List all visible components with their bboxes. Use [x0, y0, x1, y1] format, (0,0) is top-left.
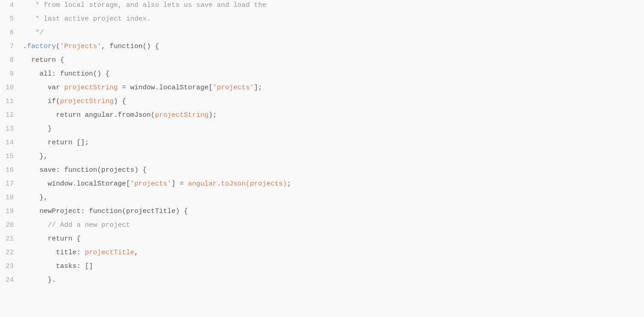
token: ( [56, 43, 60, 50]
token: projectString [60, 98, 114, 105]
line-number: 4 [0, 0, 23, 11]
token: var [23, 84, 64, 92]
line-number: 7 [0, 41, 23, 52]
code-line: 7.factory('Projects', function() { [0, 41, 644, 55]
line-number: 16 [0, 165, 23, 176]
code-line: 22 title: projectTitle, [0, 247, 644, 261]
line-content: }, [23, 192, 644, 203]
token: */ [23, 29, 44, 37]
token: } [23, 125, 52, 133]
line-content: if(projectString) { [23, 96, 644, 107]
token: save: function(projects) { [23, 166, 147, 174]
code-line: 20 // Add a new project [0, 220, 644, 234]
token: newProject: function(projectTitle) { [23, 208, 188, 215]
code-line: 14 return []; [0, 137, 644, 151]
code-line: 4 * from local storage, and also lets us… [0, 0, 644, 14]
line-content: newProject: function(projectTitle) { [23, 206, 644, 217]
line-content: save: function(projects) { [23, 165, 644, 176]
token: }, [23, 153, 48, 160]
line-number: 15 [0, 151, 23, 162]
line-number: 23 [0, 261, 23, 272]
token: window.localStorage[ [23, 180, 130, 188]
token: ]; [254, 84, 262, 92]
line-content: window.localStorage['projects'] = angula… [23, 179, 644, 190]
code-line: 13 } [0, 124, 644, 137]
line-number: 11 [0, 96, 23, 107]
code-line: 19 newProject: function(projectTitle) { [0, 206, 644, 220]
token: return { [23, 56, 64, 64]
line-number: 6 [0, 27, 23, 38]
line-number: 10 [0, 82, 23, 93]
token: . [23, 43, 27, 50]
line-number: 12 [0, 110, 23, 121]
token: 'Projects' [60, 43, 101, 50]
token: load [229, 1, 254, 9]
line-content: } [23, 124, 644, 135]
token: 'projects' [130, 180, 171, 188]
code-line: 17 window.localStorage['projects'] = ang… [0, 179, 644, 192]
line-content: }, [23, 151, 644, 162]
line-content: */ [23, 27, 644, 38]
token: the [254, 1, 266, 9]
code-line: 9 all: function() { [0, 69, 644, 82]
code-line: 18 }, [0, 192, 644, 206]
token: all: function() { [23, 70, 110, 78]
line-content: * last active project index. [23, 14, 644, 25]
token: ; [287, 180, 291, 188]
token: ); [209, 111, 217, 119]
code-line: 11 if(projectString) { [0, 96, 644, 110]
line-content: // Add a new project [23, 220, 644, 231]
line-number: 14 [0, 137, 23, 148]
line-content: return []; [23, 137, 644, 148]
token: projectString [64, 84, 118, 92]
line-content: .factory('Projects', function() { [23, 41, 644, 52]
token: }. [23, 276, 56, 284]
line-number: 8 [0, 55, 23, 66]
code-line: 16 save: function(projects) { [0, 165, 644, 179]
line-number: 22 [0, 247, 23, 258]
line-content: title: projectTitle, [23, 247, 644, 258]
token: = window.localStorage[ [118, 84, 213, 92]
line-number: 17 [0, 179, 23, 190]
code-line: 12 return angular.fromJson(projectString… [0, 110, 644, 124]
token: return angular.fromJson( [23, 111, 155, 119]
code-line: 21 return { [0, 234, 644, 247]
code-line: 10 var projectString = window.localStora… [0, 82, 644, 96]
token: , function() { [101, 43, 159, 50]
token: and [126, 1, 138, 9]
code-line: 15 }, [0, 151, 644, 165]
code-line: 23 tasks: [] [0, 261, 644, 275]
token: factory [27, 43, 56, 50]
line-number: 13 [0, 124, 23, 135]
line-number: 19 [0, 206, 23, 217]
code-line: 24 }. [0, 275, 644, 289]
line-content: }. [23, 275, 644, 286]
line-number: 20 [0, 220, 23, 231]
token: angular.toJson(projects) [188, 180, 287, 188]
token: return { [23, 235, 81, 243]
token: // Add a new project [23, 221, 130, 229]
token: also lets us save [138, 1, 217, 9]
token: }, [23, 194, 48, 202]
token: projectTitle [85, 249, 134, 257]
line-content: tasks: [] [23, 261, 644, 272]
code-line: 6 */ [0, 27, 644, 41]
code-line: 8 return { [0, 55, 644, 69]
line-content: all: function() { [23, 69, 644, 80]
token: ) { [114, 98, 126, 105]
line-content: return { [23, 234, 644, 245]
token: title: [23, 249, 85, 257]
line-content: return angular.fromJson(projectString); [23, 110, 644, 121]
code-editor: 4 * from local storage, and also lets us… [0, 0, 644, 317]
line-content: * from local storage, and also lets us s… [23, 0, 644, 11]
token: projectString [155, 111, 209, 119]
line-number: 18 [0, 192, 23, 203]
token: * from local storage, [23, 1, 126, 9]
code-line: 5 * last active project index. [0, 14, 644, 27]
line-number: 24 [0, 275, 23, 286]
token: , [134, 249, 138, 257]
token: ] = [171, 180, 188, 188]
token: tasks: [] [23, 262, 93, 270]
token: and [217, 1, 229, 9]
line-content: var projectString = window.localStorage[… [23, 82, 644, 93]
